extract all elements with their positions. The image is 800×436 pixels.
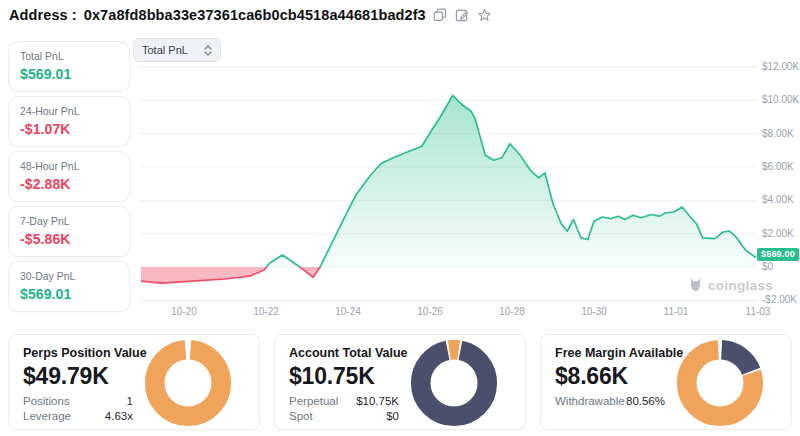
summary-card-rows: Positions1Leverage4.63x <box>23 395 133 422</box>
pnl-stat-label: Total PnL <box>20 50 118 62</box>
y-axis-tick-label: -$2.00K <box>762 294 800 305</box>
y-axis-tick-label: $10.00K <box>762 94 800 105</box>
summary-card: Perps Position Value$49.79KPositions1Lev… <box>8 334 260 430</box>
y-axis-tick-label: $2.00K <box>762 228 800 239</box>
row-value: $0 <box>386 410 399 422</box>
pnl-stat-value: -$1.07K <box>20 121 118 137</box>
summary-card-rows: Perpetual$10.75KSpot$0 <box>289 395 399 422</box>
pnl-stat-card: Total PnL$569.01 <box>8 41 130 92</box>
x-axis-tick-label: 10-24 <box>326 306 370 317</box>
pnl-stat-value: -$5.86K <box>20 231 118 247</box>
x-axis-tick-label: 11-03 <box>736 306 780 317</box>
y-axis-tick-label: $6.00K <box>762 161 800 172</box>
summary-card-row: Withdrawable80.56% <box>555 395 665 407</box>
summary-card-row: Perpetual$10.75K <box>289 395 399 407</box>
summary-cards-row: Perps Position Value$49.79KPositions1Lev… <box>8 334 792 430</box>
donut-chart <box>673 336 767 430</box>
row-label: Leverage <box>23 410 71 422</box>
x-axis-tick-label: 11-01 <box>654 306 698 317</box>
summary-card: Account Total Value$10.75KPerpetual$10.7… <box>274 334 526 430</box>
pnl-stat-label: 48-Hour PnL <box>20 160 118 172</box>
address-label: Address : <box>9 7 77 23</box>
last-value-badge: $569.00 <box>757 248 799 261</box>
x-axis-tick-label: 10-20 <box>162 306 206 317</box>
y-axis-tick-label: $8.00K <box>762 128 800 139</box>
row-value: 80.56% <box>626 395 665 407</box>
pnl-stat-label: 7-Day PnL <box>20 215 118 227</box>
row-label: Spot <box>289 410 313 422</box>
pnl-stat-value: -$2.88K <box>20 176 118 192</box>
updown-chevron-icon <box>204 45 212 56</box>
pnl-stat-label: 30-Day PnL <box>20 270 118 282</box>
row-value: 1 <box>127 395 133 407</box>
pnl-stat-card: 48-Hour PnL-$2.88K <box>8 151 130 202</box>
row-label: Perpetual <box>289 395 338 407</box>
summary-card-row: Spot$0 <box>289 410 399 422</box>
donut-chart <box>407 336 501 430</box>
donut-chart <box>141 336 235 430</box>
donut-segment <box>421 350 488 417</box>
star-icon[interactable] <box>477 8 492 23</box>
coinglass-goat-icon <box>688 277 703 293</box>
y-axis-tick-label: $4.00K <box>762 194 800 205</box>
pnl-area-chart[interactable] <box>140 62 760 308</box>
metric-select-dropdown[interactable]: Total PnL <box>133 38 221 62</box>
summary-card-row: Positions1 <box>23 395 133 407</box>
coinglass-watermark: coinglass <box>688 277 773 293</box>
pnl-stat-card: 24-Hour PnL-$1.07K <box>8 96 130 147</box>
x-axis-tick-label: 10-30 <box>572 306 616 317</box>
pnl-stat-label: 24-Hour PnL <box>20 105 118 117</box>
row-label: Positions <box>23 395 70 407</box>
y-axis-tick-label: $12.00K <box>762 61 800 72</box>
y-axis-tick-label: $0 <box>762 261 800 272</box>
donut-segment <box>155 350 222 417</box>
page-header: Address : 0x7a8fd8bba33e37361ca6b0cb4518… <box>9 7 492 23</box>
x-axis-tick-label: 10-26 <box>408 306 452 317</box>
row-value: $10.75K <box>356 395 399 407</box>
pnl-sidebar: Total PnL$569.0124-Hour PnL-$1.07K48-Hou… <box>8 41 130 312</box>
copy-icon[interactable] <box>433 8 448 23</box>
x-axis-tick-label: 10-28 <box>490 306 534 317</box>
coinglass-address-dashboard: Address : 0x7a8fd8bba33e37361ca6b0cb4518… <box>0 0 800 436</box>
pnl-stat-card: 30-Day PnL$569.01 <box>8 261 130 312</box>
pnl-stat-card: 7-Day PnL-$5.86K <box>8 206 130 257</box>
watermark-text: coinglass <box>708 278 773 293</box>
pnl-stat-value: $569.01 <box>20 286 118 302</box>
metric-select-label: Total PnL <box>142 44 188 56</box>
address-value: 0x7a8fd8bba33e37361ca6b0cb4518a44681bad2… <box>84 7 426 23</box>
summary-card-row: Leverage4.63x <box>23 410 133 422</box>
x-axis-tick-label: 10-22 <box>244 306 288 317</box>
summary-card-rows: Withdrawable80.56% <box>555 395 665 407</box>
row-value: 4.63x <box>105 410 133 422</box>
positive-area <box>141 95 756 283</box>
edit-icon[interactable] <box>455 8 470 23</box>
summary-card: Free Margin Available$8.66KWithdrawable8… <box>540 334 792 430</box>
pnl-stat-value: $569.01 <box>20 66 118 82</box>
row-label: Withdrawable <box>555 395 625 407</box>
